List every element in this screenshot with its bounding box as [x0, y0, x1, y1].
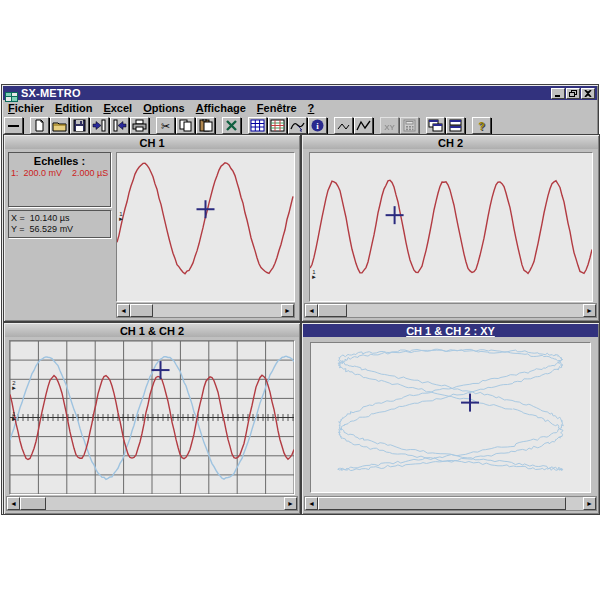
- close-icon: [584, 90, 592, 97]
- open-button[interactable]: [50, 117, 69, 134]
- panel-ch1ch2-titlebar[interactable]: CH 1 & CH 2: [5, 324, 299, 337]
- xy-mode-button: XY: [380, 117, 399, 134]
- panel-xy-titlebar[interactable]: CH 1 & CH 2 : XY: [303, 324, 598, 337]
- menu-excel[interactable]: Excel: [103, 102, 132, 114]
- scroll-right-icon: ►: [287, 499, 294, 508]
- scroll-left-button[interactable]: ◄: [117, 304, 130, 317]
- app-logo-icon: [5, 88, 18, 98]
- scrollbar-thumb[interactable]: [20, 497, 46, 510]
- measure-cursor: [152, 361, 170, 379]
- scales-box: Echelles : 1: 200.0 mV 2.000 µS: [8, 152, 111, 207]
- minimize-button[interactable]: [551, 88, 565, 99]
- page-icon: [32, 119, 47, 132]
- scroll-right-button[interactable]: ►: [284, 497, 297, 510]
- ch1ch2-waveform-plot[interactable]: 2►1►: [9, 340, 295, 495]
- splitter-button[interactable]: [4, 117, 23, 134]
- tile-icon: [448, 119, 463, 132]
- new-button[interactable]: [30, 117, 49, 134]
- scroll-left-icon: ◄: [308, 499, 315, 508]
- cut-button[interactable]: ✂: [156, 117, 175, 134]
- scroll-right-icon: ►: [586, 306, 593, 315]
- menu-help[interactable]: ?: [308, 102, 315, 114]
- app-window: SX-METRO FichierEditionExcelOptionsAffic…: [1, 84, 599, 515]
- panel-ch1[interactable]: CH 1 Echelles : 1: 200.0 mV 2.000 µS X =…: [3, 134, 301, 322]
- panel-ch1ch2-title: CH 1 & CH 2: [120, 325, 184, 337]
- question-icon: ?: [478, 118, 485, 133]
- menu-fichier[interactable]: Fichier: [8, 102, 44, 114]
- scroll-right-button[interactable]: ►: [281, 304, 294, 317]
- print-button[interactable]: [130, 117, 149, 134]
- mdi-area: CH 1 Echelles : 1: 200.0 mV 2.000 µS X =…: [3, 134, 597, 513]
- restore-button[interactable]: [566, 88, 580, 99]
- plot-canvas: [117, 153, 294, 301]
- measure-cursor: [386, 206, 404, 224]
- wave-small-icon: [336, 119, 351, 132]
- scroll-right-button[interactable]: ►: [583, 304, 596, 317]
- wave-large-button[interactable]: [354, 117, 373, 134]
- wave-small-button[interactable]: [334, 117, 353, 134]
- cascade-windows-button[interactable]: [426, 117, 445, 134]
- menu-fentre[interactable]: Fenêtre: [257, 102, 297, 114]
- scrollbar-track[interactable]: [130, 304, 281, 317]
- xy-lissajous-plot[interactable]: [310, 342, 591, 493]
- scroll-left-icon: ◄: [120, 306, 127, 315]
- export-button[interactable]: [110, 117, 129, 134]
- scroll-left-icon: ◄: [308, 306, 315, 315]
- measure-cursor: [461, 394, 479, 412]
- panel-ch1ch2[interactable]: CH 1 & CH 2 2►1► ◄►: [3, 322, 301, 515]
- close-button[interactable]: [581, 88, 595, 99]
- menu-affichage[interactable]: Affichage: [196, 102, 246, 114]
- scroll-left-icon: ◄: [10, 499, 17, 508]
- scrollbar-thumb[interactable]: [318, 304, 347, 317]
- chart-grid-icon: [270, 119, 285, 132]
- import-button[interactable]: [90, 117, 109, 134]
- plot-canvas: [311, 343, 590, 492]
- x-readout: X = 10.140 µs: [11, 213, 108, 224]
- menu-edition[interactable]: Edition: [55, 102, 92, 114]
- scrollbar-track[interactable]: [20, 497, 284, 510]
- panel-ch1-title: CH 1: [139, 137, 164, 149]
- save-button[interactable]: [70, 117, 89, 134]
- scrollbar-track[interactable]: [318, 497, 583, 510]
- panel-ch2-title: CH 2: [438, 137, 463, 149]
- xy-hscrollbar[interactable]: ◄►: [304, 496, 597, 511]
- printer-icon: [132, 119, 147, 132]
- panel-ch2[interactable]: CH 2 1► ◄►: [301, 134, 600, 322]
- scroll-left-button[interactable]: ◄: [305, 304, 318, 317]
- help-button[interactable]: ?: [472, 117, 491, 134]
- measure-cursor: [197, 200, 215, 218]
- scrollbar-thumb[interactable]: [130, 304, 153, 317]
- scrollbar-track[interactable]: [318, 304, 583, 317]
- table-icon: [250, 119, 265, 132]
- graph-grid-button[interactable]: [268, 117, 287, 134]
- calculator-icon: [402, 119, 417, 132]
- excel-x-icon: [224, 119, 239, 132]
- data-table-button[interactable]: [248, 117, 267, 134]
- restore-icon: [569, 90, 577, 97]
- scroll-left-button[interactable]: ◄: [7, 497, 20, 510]
- copy-button[interactable]: [176, 117, 195, 134]
- scales-value: 1: 200.0 mV 2.000 µS: [11, 168, 108, 178]
- menu-options[interactable]: Options: [143, 102, 185, 114]
- y-readout: Y = 56.529 mV: [11, 224, 108, 235]
- ch1ch2-hscrollbar[interactable]: ◄►: [6, 496, 298, 511]
- curve-cursor-button[interactable]: [288, 117, 307, 134]
- tile-windows-button[interactable]: [446, 117, 465, 134]
- scroll-right-button[interactable]: ►: [583, 497, 596, 510]
- excel-link-button[interactable]: [222, 117, 241, 134]
- panel-ch2-titlebar[interactable]: CH 2: [303, 136, 598, 149]
- paste-button[interactable]: [196, 117, 215, 134]
- title-bar[interactable]: SX-METRO: [3, 86, 597, 100]
- info-button[interactable]: i: [308, 117, 327, 134]
- ch1-waveform-plot[interactable]: 1►: [116, 152, 295, 302]
- panel-xy[interactable]: CH 1 & CH 2 : XY ◄►: [301, 322, 600, 515]
- scales-label: Echelles :: [11, 155, 108, 167]
- ch2-waveform-plot[interactable]: 1►: [309, 152, 593, 302]
- dash-icon: [6, 119, 21, 132]
- panel-ch1-titlebar[interactable]: CH 1: [5, 136, 299, 149]
- scroll-left-button[interactable]: ◄: [305, 497, 318, 510]
- ch1-hscrollbar[interactable]: ◄►: [116, 303, 295, 318]
- ch2-hscrollbar[interactable]: ◄►: [304, 303, 597, 318]
- scrollbar-thumb[interactable]: [318, 497, 566, 510]
- clipboard-icon: [198, 119, 213, 132]
